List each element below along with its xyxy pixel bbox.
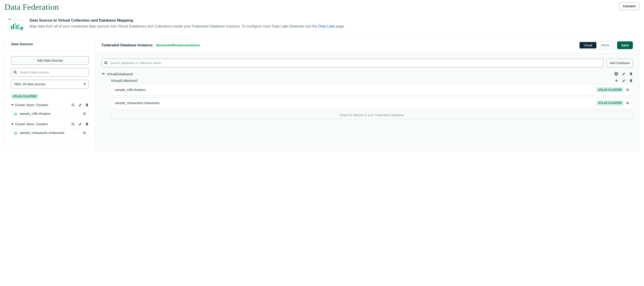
search-icon [14,70,17,74]
svg-point-9 [14,71,16,73]
svg-rect-37 [630,73,632,73]
data-source-item[interactable]: ||| sample_restaurants.restaurants [11,129,89,137]
search-collections-input[interactable] [102,59,604,67]
svg-rect-16 [86,104,88,106]
add-database-button[interactable]: Add Database [607,59,633,67]
data-source-item[interactable]: ||| sample_mflix.theaters [11,109,89,118]
chevron-up-icon[interactable] [102,72,105,75]
caret-down-icon[interactable] [11,124,14,125]
data-source-label: sample_mflix.theaters [20,112,50,116]
search-data-sources-input[interactable] [11,68,89,77]
svg-rect-5 [18,24,19,29]
view-mode-toggle: Visual JSON [579,41,614,49]
data-lake-link[interactable]: Data Lake [318,24,335,28]
svg-line-10 [16,73,16,74]
svg-rect-1 [11,26,12,29]
mapping-label: sample_restaurants.restaurants [115,101,160,105]
atlas-cluster-badge: ATLAS CLUSTER [596,87,624,92]
trash-icon[interactable] [629,72,633,76]
virtual-collection-name: VirtualCollection0 [111,79,137,83]
data-source-label: sample_restaurants.restaurants [20,131,64,135]
intro-section: Data Source to Virtual Collection and Da… [0,12,644,36]
svg-point-31 [104,62,106,64]
page-title: Data Federation [4,2,59,12]
svg-rect-4 [16,25,18,29]
mapping-label: sample_mflix.theaters [115,88,146,92]
svg-rect-7 [9,19,11,19]
svg-rect-41 [630,80,632,82]
trash-icon[interactable] [85,103,89,107]
cluster-store-label: Cluster Store: Cluster0 [15,103,48,107]
add-collection-icon[interactable] [71,122,75,126]
visual-toggle[interactable]: Visual [580,42,596,48]
cluster-store-label: Cluster Store: Cluster1 [15,122,48,126]
svg-rect-43 [630,79,632,80]
trash-icon[interactable] [85,122,89,126]
search-icon [104,61,108,65]
save-button[interactable]: Save [617,41,633,49]
svg-rect-38 [630,72,632,73]
federated-instance-label: Federated Database Instance: [102,43,154,47]
svg-rect-18 [86,103,88,104]
svg-rect-2 [13,24,14,29]
json-toggle[interactable]: JSON [596,42,613,48]
add-circle-icon[interactable] [614,72,618,76]
remove-icon[interactable] [626,102,629,104]
mapping-item: sample_mflix.theaters ATLAS CLUSTER [111,84,633,95]
intro-body: Map data from all of your connected data… [30,24,345,29]
atlas-cluster-badge: ATLAS CLUSTER [11,94,38,99]
svg-rect-27 [86,123,88,124]
federated-instance-name: MoviesandRestaurantsDemo [156,43,200,47]
virtual-database-name: VirtualDatabase0 [107,72,133,76]
drag-handle-icon[interactable]: ||| [14,131,17,135]
trash-icon[interactable] [629,79,633,83]
remove-icon[interactable] [83,132,86,134]
svg-rect-42 [630,80,632,80]
dropzone[interactable]: Drag the dataset to your Federated Datab… [111,111,633,119]
connect-button[interactable]: Connect [619,2,640,10]
remove-icon[interactable] [626,88,629,91]
data-sources-heading: Data Sources [5,37,95,51]
svg-rect-17 [86,104,88,104]
svg-rect-26 [86,124,88,126]
mapping-item: sample_restaurants.restaurants ATLAS CLU… [111,98,633,109]
add-collection-icon[interactable] [71,103,75,107]
atlas-cluster-badge: ATLAS CLUSTER [596,101,624,106]
edit-icon[interactable] [78,122,82,126]
edit-icon[interactable] [622,72,626,76]
svg-rect-28 [86,123,88,123]
svg-line-32 [106,63,107,64]
svg-rect-3 [14,23,16,29]
edit-icon[interactable] [622,79,626,83]
svg-rect-36 [630,73,632,75]
plus-icon[interactable] [614,79,618,83]
filter-select[interactable]: Filter: All data sources [11,80,89,88]
filter-label: Filter: All data sources [14,82,46,86]
caret-down-icon[interactable] [11,104,14,106]
intro-heading: Data Source to Virtual Collection and Da… [30,18,345,23]
svg-rect-8 [9,19,10,20]
remove-icon[interactable] [83,112,86,115]
add-data-sources-button[interactable]: Add Data Sources [11,56,89,65]
edit-icon[interactable] [78,103,82,107]
drag-handle-icon[interactable]: ||| [14,112,17,116]
chart-icon [8,18,24,31]
chevron-down-icon [84,83,86,85]
